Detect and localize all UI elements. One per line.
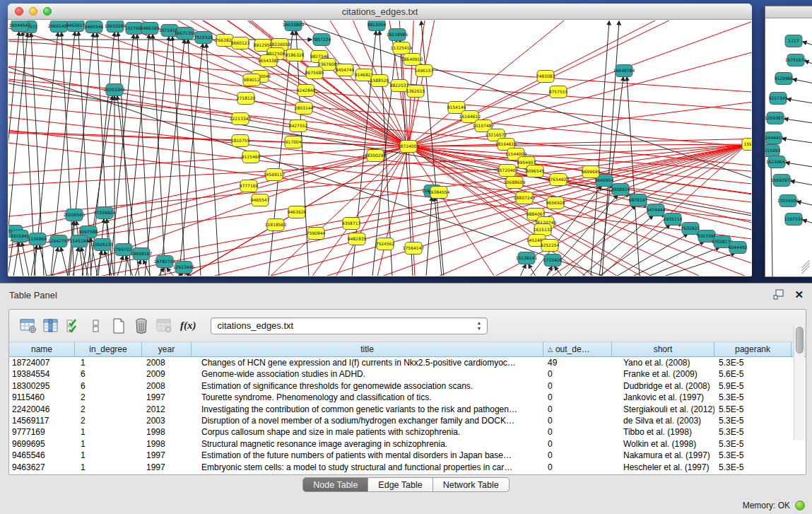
graph-node[interactable]: 15720407 — [497, 165, 519, 177]
graph-node[interactable]: 7483083 — [536, 71, 555, 83]
graph-node[interactable]: 17359924 — [94, 207, 116, 219]
graph-node[interactable]: 20206565 — [64, 209, 86, 221]
graph-node[interactable]: 8958924 — [611, 184, 630, 196]
graph-node[interactable]: 9242848 — [297, 85, 316, 97]
graph-node[interactable]: 19958167 — [131, 248, 153, 260]
graph-node[interactable]: 9656928 — [546, 197, 565, 209]
graph-node[interactable]: 12942757 — [48, 235, 70, 247]
graph-node[interactable]: 18724007 — [398, 141, 420, 153]
scrollbar-thumb[interactable] — [796, 327, 804, 354]
graph-node[interactable]: 6466160 — [141, 23, 160, 35]
column-header-short[interactable]: short — [612, 342, 714, 356]
graph-node[interactable]: 989012 — [243, 74, 260, 86]
table-row[interactable]: 946362711997Embryonic stem cells: a mode… — [9, 462, 806, 473]
table-settings-icon[interactable] — [18, 315, 39, 337]
graph-node[interactable]: 20053346 — [104, 84, 126, 96]
graph-node[interactable]: 16671358 — [175, 28, 196, 40]
resize-grip-icon[interactable] — [800, 264, 811, 272]
graph-node[interactable]: 18640910 — [401, 54, 423, 66]
graph-node[interactable]: 2935114 — [664, 214, 683, 226]
graph-node[interactable]: 1615132 — [534, 224, 553, 236]
column-header-outde[interactable]: △out_de… — [543, 342, 612, 356]
graph-node[interactable]: 15692971 — [771, 175, 793, 187]
graph-node[interactable]: 2718120 — [237, 93, 256, 105]
window-titlebar[interactable]: citations_edges.txt — [8, 4, 752, 20]
graph-node[interactable]: 9129966 — [775, 73, 794, 85]
graph-node[interactable]: 15136141 — [516, 252, 538, 264]
graph-node[interactable]: 1156869 — [28, 233, 47, 245]
graph-node[interactable]: 3915941 — [11, 230, 30, 243]
graph-node[interactable]: 1588520 — [370, 75, 389, 87]
graph-node[interactable]: 15751074 — [785, 54, 807, 66]
graph-node[interactable]: 8813054 — [367, 21, 387, 31]
graph-node[interactable]: 17654923 — [548, 174, 570, 186]
graph-node[interactable]: 9465547 — [251, 194, 270, 206]
tab-network-table[interactable]: Network Table — [433, 477, 510, 492]
graph-node[interactable]: 14569117 — [264, 169, 286, 181]
table-row[interactable]: 1872400712008Changes of HCN gene express… — [9, 357, 806, 368]
graph-node[interactable]: 16210643 — [766, 156, 788, 168]
table-row[interactable]: 969969511998Structural magnetic resonanc… — [9, 438, 806, 450]
graph-node[interactable]: 9463627 — [66, 21, 86, 32]
column-header-title[interactable]: title — [192, 342, 543, 356]
graph-node[interactable]: 8427552 — [289, 120, 308, 132]
function-icon[interactable]: f(x) — [176, 320, 202, 332]
select-rows-icon[interactable] — [63, 315, 84, 337]
graph-node[interactable]: 17016504 — [777, 195, 799, 207]
table-row[interactable]: 946554611997Estimation of the future num… — [9, 450, 806, 461]
tab-node-table[interactable]: Node Table — [302, 477, 368, 492]
graph-node[interactable]: 18300295 — [365, 150, 387, 162]
graph-node[interactable]: 18807243 — [514, 192, 536, 204]
new-table-icon[interactable] — [108, 315, 129, 337]
table-row[interactable]: 2242004622012Investigating the contribut… — [9, 404, 806, 415]
table-row[interactable]: 1456911722003Disruption of a novel membe… — [9, 415, 806, 426]
graph-node[interactable]: 15958 — [742, 139, 751, 151]
graph-node[interactable]: 1733426 — [543, 255, 563, 267]
graph-node[interactable]: 11818560 — [265, 219, 287, 231]
column-header-name[interactable]: name — [9, 342, 75, 356]
graph-node[interactable]: 8757515 — [549, 86, 568, 98]
graph-node[interactable]: 16543382 — [258, 55, 280, 67]
table-column-icon[interactable] — [40, 315, 61, 337]
column-header-pagerank[interactable]: pagerank — [714, 342, 792, 356]
graph-node[interactable]: 2803144 — [295, 103, 314, 115]
graph-node[interactable]: 12444415 — [765, 132, 784, 144]
graph-node[interactable]: 7590844 — [307, 228, 326, 240]
table-row[interactable]: 977716911998Corpus callosum shape and si… — [9, 426, 806, 438]
graph-node[interactable]: 9482835 — [348, 233, 367, 245]
graph-node[interactable]: 1362615 — [406, 86, 425, 98]
graph-node[interactable]: 1696157 — [415, 65, 434, 77]
graph-node[interactable]: 8454749 — [336, 64, 355, 76]
table-selector-dropdown[interactable]: citations_edges.txt ▲▼ — [211, 317, 488, 334]
column-header-year[interactable]: year — [142, 342, 192, 356]
graph-node[interactable]: 8660123 — [231, 37, 250, 49]
close-panel-icon[interactable]: ✕ — [794, 290, 804, 300]
table-row[interactable]: 1938455462009Genome-wide association stu… — [9, 368, 806, 380]
graph-node[interactable]: 16648784 — [613, 65, 635, 77]
graph-node[interactable]: 7515526 — [194, 32, 213, 44]
graph-node[interactable]: 12923446 — [173, 262, 195, 274]
graph-node[interactable]: 19384554 — [428, 187, 450, 199]
graph-node[interactable]: 11325419 — [391, 42, 413, 54]
delete-rows-icon[interactable] — [131, 315, 152, 337]
graph-node[interactable]: 7857224 — [312, 34, 331, 46]
graph-node[interactable]: 8215953 — [765, 145, 781, 157]
graph-node[interactable]: 9463628 — [288, 206, 307, 218]
table-row[interactable]: 911546021997Tourette syndrome. Phenomeno… — [9, 392, 806, 403]
column-header-indegree[interactable]: in_degree — [75, 342, 142, 356]
graph-node[interactable]: 6879197 — [629, 194, 648, 206]
background-network-svg[interactable]: 1117157510749129966922734912093872124444… — [765, 19, 812, 276]
graph-node[interactable]: 7632621 — [681, 223, 700, 235]
graph-node[interactable]: 7524562 — [376, 238, 395, 250]
graph-node[interactable]: 9465546 — [85, 21, 104, 33]
graph-node[interactable]: 1810755 — [231, 135, 250, 147]
graph-node[interactable]: 8096545 — [526, 165, 545, 177]
graph-node[interactable]: 1145194 — [70, 235, 89, 247]
float-panel-icon[interactable] — [773, 289, 784, 300]
graph-node[interactable]: 8675685 — [305, 67, 324, 79]
graph-node[interactable]: 12213343 — [230, 113, 252, 125]
graph-node[interactable]: 13505135 — [92, 239, 114, 251]
table-scrollbar[interactable] — [794, 325, 804, 440]
graph-node[interactable]: 16033809 — [283, 21, 305, 31]
graph-node[interactable]: 9244450 — [729, 242, 748, 254]
